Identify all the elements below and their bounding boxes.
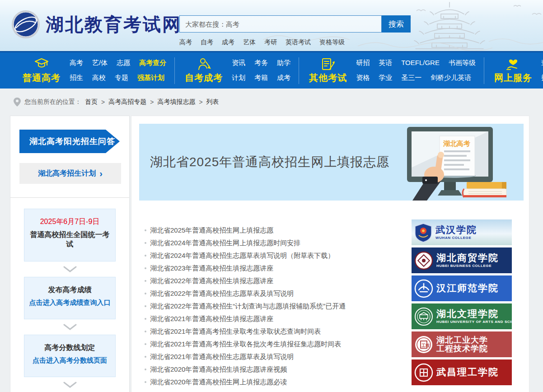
hot-link-chengkao[interactable]: 成考: [222, 38, 234, 47]
article-link[interactable]: 湖北省2024年普通高校招生网上填报志愿时间安排: [144, 237, 404, 249]
article-link[interactable]: 湖北省2022年普通高校招生填报志愿讲座: [144, 275, 404, 287]
topic-banner-title: 湖北省2025年普通高校招生网上填报志愿: [139, 154, 389, 171]
search-button[interactable]: 搜索: [382, 15, 411, 33]
search-input[interactable]: [179, 15, 382, 33]
nav-section-wangshang-fuwu: 网上服务 查询 报名: [484, 57, 543, 84]
clipboard-pencil-icon: [321, 57, 335, 71]
sidebar-banner-yangguang-wenda[interactable]: 湖北高考阳光招生问答: [19, 130, 120, 153]
college-name: 湖北文理学院: [436, 309, 512, 319]
article-link[interactable]: 湖北省2023年普通高校招生填报志愿讲座: [144, 262, 404, 275]
nav-link-gaokao[interactable]: 高考: [70, 59, 83, 67]
hot-link-english[interactable]: 英语考试: [286, 38, 311, 47]
nav-head-qita-kaoshi[interactable]: 其他考试: [307, 57, 349, 84]
nav-head-zikao-chengkao[interactable]: 自考成考: [183, 57, 225, 84]
nav-link-kaowu[interactable]: 考务: [254, 59, 268, 67]
nav-link-chengkao[interactable]: 成考: [277, 74, 290, 82]
nav-link-qiangji[interactable]: 强基计划: [137, 74, 164, 82]
college-banner-hubei-business[interactable]: 湖北商贸学院 HUBEI BUSINESS COLLEGE: [412, 247, 512, 273]
nav-link-zhuanti[interactable]: 专题: [115, 74, 128, 82]
site-title: 湖北教育考试网: [46, 12, 182, 37]
hot-link-gaokao[interactable]: 高考: [179, 38, 192, 47]
article-link[interactable]: 湖北省2024年普通高校招生志愿草表填写说明（附草表下载）: [144, 249, 404, 262]
main-panel: 湖北省2025年普通高校招生网上填报志愿 湖北高考: [131, 116, 529, 392]
computer-filling-illustration: 湖北高考: [399, 126, 513, 201]
exam-date-text: 2025年6月7日-9日: [27, 217, 112, 227]
site-header: 湖北教育考试网 搜索 高考 自考 成考 艺体 考研 英语考试 资格等级: [0, 0, 543, 51]
hot-link-yiti[interactable]: 艺体: [243, 38, 256, 47]
nav-head-wangshang-fuwu[interactable]: 网上服务: [492, 57, 534, 84]
main-columns: 湖北省2025年普通高校招生网上填报志愿 湖北省2024年普通高校招生网上填报志…: [139, 219, 524, 388]
nav-link-xueye[interactable]: 学业: [379, 74, 392, 82]
sidebar: 湖北高考阳光招生问答 湖北高考招生计划 › 2025年6月7日-9日 普通高校招…: [10, 116, 130, 392]
breadcrumb-gaokao-zhuanti[interactable]: 高考高招专题: [108, 98, 146, 106]
nav-link-gaoxiao[interactable]: 高校: [92, 74, 106, 82]
nav-link-zhiyuan[interactable]: 志愿: [117, 59, 130, 67]
college-banner-hubei-arts-science[interactable]: 湖北文理学院 HUBEI UNIVERSITY OF ARTS AND SCIE…: [412, 303, 512, 329]
article-link[interactable]: 湖北省2020年普通高校招生网上填报志愿必读: [144, 376, 404, 388]
location-pin-icon: [14, 98, 21, 107]
nav-link-yiti[interactable]: 艺/体: [92, 59, 108, 67]
article-link[interactable]: 湖北省2020年普通高校招生填报志愿讲座视频: [144, 363, 404, 376]
illustration-doc-title: 湖北高考: [443, 140, 470, 147]
college-name: 武汉学院: [435, 225, 477, 235]
nav-section-zikao-chengkao: 自考成考 资讯 考务 助学 计划 考籍 成考: [174, 57, 299, 84]
main-navigation: 普通高考 高考 艺/体 志愿 高考查分 招生 高校 专题 强基计划: [0, 51, 543, 89]
college-subname: WUHAN COLLEGE: [435, 236, 477, 240]
article-link[interactable]: 湖北省2022年普通高校招生志愿草表及填写说明: [144, 287, 404, 300]
college-name: 武昌理工学院: [436, 367, 499, 377]
nav-link-zhuxue[interactable]: 助学: [277, 59, 290, 67]
hot-link-zikao[interactable]: 自考: [201, 38, 213, 47]
wuchang-tech-logo: [414, 363, 433, 382]
sidebar-flow-exam-date[interactable]: 2025年6月7日-9日 普通高校招生全国统一考试: [24, 209, 116, 261]
exam-name-text: 普通高校招生全国统一考试: [27, 230, 112, 249]
search-area: 搜索 高考 自考 成考 艺体 考研 英语考试 资格等级: [179, 15, 411, 47]
nav-link-jianqiao[interactable]: 剑桥少儿英语: [431, 74, 471, 82]
article-link[interactable]: 湖北省2021年普通高校招生志愿草表及填写说明: [144, 350, 404, 363]
breadcrumb-tianbao-zhiyuan[interactable]: 高考填报志愿: [157, 98, 195, 106]
article-link[interactable]: 湖北省2021年普通高考招生录取各批次考生填报征集志愿时间表: [144, 338, 404, 350]
sidebar-plan-label: 湖北高考招生计划: [38, 169, 96, 178]
hot-link-zige[interactable]: 资格等级: [319, 38, 345, 47]
hot-link-kaoyan[interactable]: 考研: [264, 38, 277, 47]
breadcrumb-separator: >: [101, 98, 105, 106]
sidebar-flow-score-line[interactable]: 高考分数线划定 点击进入高考分数线页面: [24, 335, 116, 377]
college-banner-wuhan-college[interactable]: 武汉学院 WUHAN COLLEGE: [412, 219, 512, 245]
nav-link-toefl-gre[interactable]: TOEFL/GRE: [401, 59, 440, 67]
graduation-cap-icon: [34, 57, 49, 71]
college-banner-hanjiang-normal[interactable]: 汉江师范学院: [412, 275, 512, 301]
nav-link-zige[interactable]: 资格: [356, 74, 370, 82]
sidebar-link-zhaosheng-jihua[interactable]: 湖北高考招生计划 ›: [19, 163, 121, 184]
breadcrumb-separator: >: [199, 98, 202, 106]
nav-link-jihua[interactable]: 计划: [232, 74, 245, 82]
topic-banner: 湖北省2025年普通高校招生网上填报志愿 湖北高考: [139, 124, 524, 201]
nav-head-putong-gaokao[interactable]: 普通高考: [21, 57, 62, 84]
article-link[interactable]: 湖北省2021年普通高考招生录取考生录取状态查询时间表: [144, 325, 404, 338]
nav-link-chaxun[interactable]: 查询: [541, 59, 543, 67]
nav-link-baoming[interactable]: 报名: [541, 74, 543, 82]
breadcrumb-home[interactable]: 首页: [85, 98, 98, 106]
article-link[interactable]: 湖北省2021年普通高校招生填报志愿讲座: [144, 313, 404, 325]
nav-link-zixun[interactable]: 资讯: [232, 59, 245, 67]
college-banner-hbut-engineering[interactable]: 工程 湖北工业大学 工程技术学院: [412, 331, 512, 357]
nav-link-shuhua[interactable]: 书画等级: [449, 59, 476, 67]
nav-link-kaoji[interactable]: 考籍: [254, 74, 268, 82]
score-line-link[interactable]: 点击进入高考分数线页面: [27, 356, 112, 365]
college-subname: 工程技术学院: [436, 345, 488, 353]
site-logo[interactable]: 湖北教育考试网: [11, 10, 182, 39]
nav-link-yingyu[interactable]: 英语: [379, 59, 392, 67]
article-link[interactable]: 湖北省2022年普通高校招生“计划查询与志愿填报辅助系统”已开通: [144, 300, 404, 313]
nav-link-yanzhao[interactable]: 研招: [356, 59, 370, 67]
breadcrumb: 您当前所在的位置： 首页 > 高考高招专题 > 高考填报志愿 > 列表: [0, 89, 543, 116]
article-list: 湖北省2025年普通高校招生网上填报志愿 湖北省2024年普通高校招生网上填报志…: [139, 219, 404, 388]
flow-title: 高考分数线划定: [27, 343, 112, 353]
nav-link-zhaosheng[interactable]: 招生: [70, 74, 83, 82]
score-query-link[interactable]: 点击进入高考成绩查询入口: [27, 299, 112, 307]
sidebar-flow-score-release[interactable]: 发布高考成绩 点击进入高考成绩查询入口: [24, 277, 116, 319]
nav-section-putong-gaokao: 普通高考 高考 艺/体 志愿 高考查分 招生 高校 专题 强基计划: [13, 57, 174, 84]
nav-link-shengsanyi[interactable]: 圣三一: [401, 74, 421, 82]
sidebar-divider: [10, 197, 129, 198]
nav-link-gaokao-chafen[interactable]: 高考查分: [139, 59, 166, 67]
chevron-right-icon: ›: [99, 169, 103, 178]
article-link[interactable]: 湖北省2025年普通高校招生网上填报志愿: [144, 224, 404, 237]
college-banner-wuchang-tech[interactable]: 武昌理工学院: [412, 359, 512, 385]
